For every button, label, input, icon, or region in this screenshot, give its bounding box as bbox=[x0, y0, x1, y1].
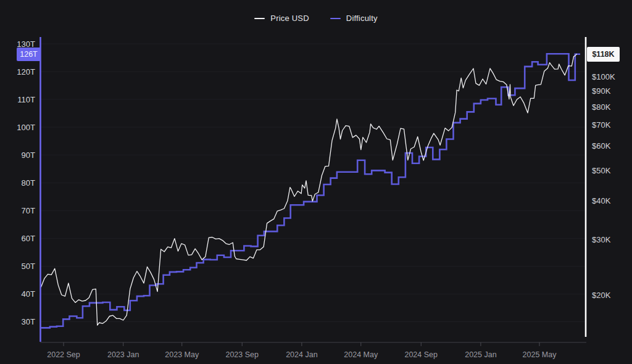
price-axis-label: $90K bbox=[592, 86, 611, 96]
legend-label-price-usd: Price USD bbox=[270, 14, 309, 23]
difficulty-axis-label: 30T bbox=[22, 317, 35, 326]
bitcoin-difficulty-price-chart: Price USD Difficulty 2022 Sep2023 Jan202… bbox=[0, 0, 632, 364]
difficulty-axis-label: 90T bbox=[22, 151, 35, 160]
difficulty-current-value-badge: 126T bbox=[17, 48, 41, 61]
x-axis-label: 2025 Jan bbox=[465, 350, 496, 359]
x-axis-label: 2024 May bbox=[344, 350, 378, 359]
difficulty-axis-label: 120T bbox=[17, 67, 35, 77]
price-axis-label: $70K bbox=[592, 120, 611, 130]
price-axis-labels: $100K$90K$80K$70K$60K$50K$40K$30K$20K bbox=[592, 72, 615, 300]
price-axis-label: $100K bbox=[592, 72, 615, 81]
x-axis: 2022 Sep2023 Jan2023 May2023 Sep2024 Jan… bbox=[40, 342, 586, 359]
price-current-value-badge: $118K bbox=[587, 47, 620, 62]
legend-label-difficulty: Difficulty bbox=[346, 14, 378, 23]
difficulty-axis-label: 110T bbox=[17, 95, 35, 104]
difficulty-axis-label: 60T bbox=[22, 234, 35, 243]
x-axis-label: 2023 Jan bbox=[107, 350, 139, 359]
x-axis-label: 2024 Sep bbox=[404, 350, 438, 359]
price-line-swatch-icon bbox=[254, 18, 265, 19]
chart-legend: Price USD Difficulty bbox=[0, 14, 632, 23]
price-axis-label: $80K bbox=[592, 102, 611, 112]
difficulty-axis-label: 70T bbox=[22, 206, 35, 215]
gridlines bbox=[41, 44, 586, 322]
difficulty-axis-label: 40T bbox=[22, 289, 35, 299]
price-axis-label: $50K bbox=[592, 166, 611, 175]
difficulty-axis-label: 80T bbox=[22, 178, 35, 188]
difficulty-line bbox=[41, 54, 581, 328]
x-axis-label: 2023 Sep bbox=[225, 350, 259, 359]
price-axis-label: $20K bbox=[592, 291, 611, 300]
price-axis-label: $40K bbox=[592, 196, 611, 205]
difficulty-axis-label: 50T bbox=[22, 262, 35, 271]
legend-item-price-usd[interactable]: Price USD bbox=[254, 14, 309, 23]
x-axis-label: 2022 Sep bbox=[47, 350, 80, 359]
price-line bbox=[41, 54, 577, 325]
price-axis-label: $60K bbox=[592, 141, 611, 151]
chart-plot-area[interactable]: 2022 Sep2023 Jan2023 May2023 Sep2024 Jan… bbox=[0, 0, 632, 364]
price-axis-label: $30K bbox=[592, 235, 611, 244]
difficulty-line-swatch-icon bbox=[330, 18, 341, 19]
difficulty-axis-label: 100T bbox=[17, 123, 35, 132]
x-axis-label: 2023 May bbox=[165, 350, 199, 359]
x-axis-label: 2024 Jan bbox=[286, 350, 317, 359]
x-axis-label: 2025 May bbox=[523, 350, 557, 359]
difficulty-axis-labels: 130T120T110T100T90T80T70T60T50T40T30T bbox=[17, 39, 35, 327]
legend-item-difficulty[interactable]: Difficulty bbox=[330, 14, 378, 23]
